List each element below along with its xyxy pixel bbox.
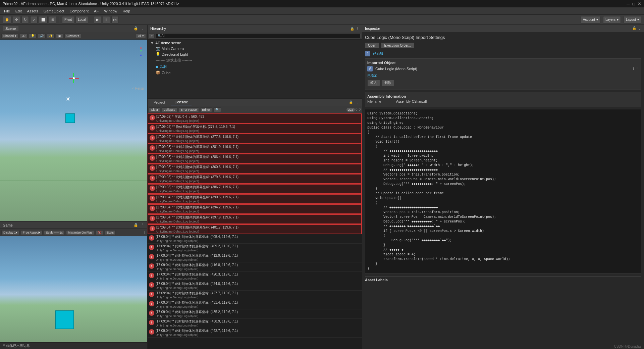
console-log-entry[interactable]: ! [17:09:04] ** 此时刻物体的屏幕坐标: (405.4, 119.… xyxy=(148,234,362,244)
gizmos-btn[interactable]: Gizmos ▾ xyxy=(64,34,81,38)
console-log-entry[interactable]: ! [17:09:04] ** 此时刻物体的屏幕坐标: (420.3, 119.… xyxy=(148,272,362,281)
light-btn[interactable]: 💡 xyxy=(29,34,37,38)
tab-console[interactable]: Console xyxy=(171,99,191,105)
execution-order-btn[interactable]: Execution Order... xyxy=(381,43,414,48)
scale-btn[interactable]: Scale ── 1x xyxy=(44,230,65,235)
log-error-icon: ! xyxy=(150,125,155,131)
console-log-entry[interactable]: ! [17:09:04] ** 此时刻物体的屏幕坐标: (394.2, 119.… xyxy=(148,204,362,214)
menu-file[interactable]: File xyxy=(1,8,13,14)
aspect-dropdown[interactable]: Free Aspect▾ xyxy=(21,230,43,235)
console-log-entry[interactable]: ! [17:09:04] ** 此时刻物体的屏幕坐标: (390.5, 119.… xyxy=(148,194,362,204)
hierarchy-scene[interactable]: ▼ AF demo scene xyxy=(148,40,362,46)
local-btn[interactable]: Local xyxy=(75,16,88,23)
fx-btn[interactable]: ✨ xyxy=(47,34,55,38)
console-log-entry[interactable]: ! [17:09:02] ** 物体初始的屏幕坐标: (277.5, 119.6… xyxy=(148,123,362,134)
play-btn[interactable]: ▶ xyxy=(94,16,101,23)
pause-btn[interactable]: ⏸ xyxy=(103,16,110,23)
inspector-header: Inspector 🔒 ⋮ xyxy=(362,25,644,32)
console-log-entry[interactable]: ! [17:09:03] ** 此时刻物体的屏幕坐标: (360.6, 119.… xyxy=(148,164,362,174)
menu-help[interactable]: Help xyxy=(120,8,133,14)
code-line: void Update() xyxy=(367,196,639,201)
console-log-entry[interactable]: ! [17:09:02] ** 此时刻物体的屏幕坐标: (277.5, 119.… xyxy=(148,134,362,144)
error-pause-btn[interactable]: Error Pause xyxy=(179,107,199,112)
hand-tool-btn[interactable]: ✋ xyxy=(3,16,11,23)
display-dropdown[interactable]: Display 1▾ xyxy=(1,230,19,235)
hierarchy-directional-light[interactable]: 💡 Directional Light xyxy=(148,51,362,57)
open-btn[interactable]: Open xyxy=(365,43,379,48)
stats-btn[interactable]: Stats xyxy=(105,230,116,235)
step-btn[interactable]: ⏭ xyxy=(111,16,119,23)
hierarchy-search-input[interactable] xyxy=(161,34,188,38)
game-tab[interactable]: Game xyxy=(3,223,13,227)
collapse-btn[interactable]: Collapse xyxy=(162,107,177,112)
menu-window[interactable]: Window xyxy=(101,8,120,14)
console-log-entry[interactable]: ! [17:09:04] ** 此时刻物体的屏幕坐标: (435.2, 119.… xyxy=(148,309,362,319)
2d-btn[interactable]: 2D xyxy=(20,34,28,38)
console-content[interactable]: ! [17:09:02] * 屏幕尺寸：560, 453 UnityEngine… xyxy=(148,113,362,349)
delete-btn-2[interactable]: 删除 xyxy=(381,80,394,86)
editor-btn[interactable]: Editor xyxy=(200,107,212,112)
console-log-entry[interactable]: ! [17:09:03] ** 此时刻物体的屏幕坐标: (286.4, 119.… xyxy=(148,154,362,164)
menu-af[interactable]: AF xyxy=(91,8,101,14)
fengjian-icon: ■ xyxy=(156,65,158,69)
divider-label: -------- 游戏主控 -------- xyxy=(156,58,192,63)
game-header: Game 🔒 ⋮ xyxy=(0,221,147,229)
audio-btn[interactable]: 🔊 xyxy=(38,34,46,38)
move-tool-btn[interactable]: ✛ xyxy=(13,16,20,23)
pivot-btn[interactable]: Pivot xyxy=(62,16,74,23)
camera-icon: 📷 xyxy=(156,46,160,51)
console-log-entry[interactable]: ! [17:09:04] ** 此时刻物体的屏幕坐标: (416.8, 119.… xyxy=(148,262,362,272)
menu-gameobject[interactable]: GameObject xyxy=(41,8,67,14)
mute-btn[interactable]: 🔇 xyxy=(96,230,103,235)
menu-component[interactable]: Component xyxy=(67,8,91,14)
scene-mode-btn[interactable]: ▣ xyxy=(56,34,63,38)
console-log-entry[interactable]: ! [17:09:04] ** 此时刻物体的屏幕坐标: (431.4, 119.… xyxy=(148,300,362,309)
log-error-icon: ! xyxy=(149,245,154,250)
console-log-entry[interactable]: ! [17:09:04] ** 此时刻物体的屏幕坐标: (424.0, 119.… xyxy=(148,281,362,291)
hierarchy-add-btn[interactable]: + xyxy=(149,34,155,38)
code-line: float speed = 4; xyxy=(367,252,639,257)
console-log-entry[interactable]: ! [17:09:02] * 屏幕尺寸：560, 453 UnityEngine… xyxy=(148,113,362,123)
maximize-btn[interactable]: □ xyxy=(632,1,635,6)
close-btn[interactable]: ✕ xyxy=(638,1,641,6)
menu-edit[interactable]: Edit xyxy=(13,8,24,14)
search-console-btn[interactable]: 🔍 xyxy=(213,107,221,112)
console-log-entry[interactable]: ! [17:09:04] ** 此时刻物体的屏幕坐标: (401.7, 119.… xyxy=(148,224,362,234)
console-log-entry[interactable]: ! [17:09:04] ** 此时刻物体的屏幕坐标: (427.7, 119.… xyxy=(148,291,362,300)
hierarchy-fengjian[interactable]: ■ 风涧 xyxy=(148,63,362,70)
shading-dropdown[interactable]: Shaded ▾ xyxy=(1,34,18,38)
console-log-entry[interactable]: ! [17:09:04] ** 此时刻物体的屏幕坐标: (442.7, 119.… xyxy=(148,328,362,338)
hierarchy-more-icon: ⋮ xyxy=(356,27,359,31)
log-error-icon: ! xyxy=(150,206,155,211)
maximize-on-play-btn[interactable]: Maximize On Play xyxy=(66,230,95,235)
hierarchy-main-camera[interactable]: 📷 Main Camera xyxy=(148,46,362,51)
code-line: } xyxy=(367,262,639,266)
layers-dropdown[interactable]: Layers ▾ xyxy=(603,16,621,23)
transform-tool-btn[interactable]: ⊞ xyxy=(49,16,56,23)
tab-project[interactable]: Project xyxy=(150,100,168,105)
log-sub-text: UnityEngine.Debug:Log (object) xyxy=(156,149,238,153)
rect-tool-btn[interactable]: ⬜ xyxy=(39,16,48,23)
scene-search-btn[interactable]: All ▾ xyxy=(136,34,146,38)
console-log-entry[interactable]: ! [17:09:03] ** 此时刻物体的屏幕坐标: (386.7, 119.… xyxy=(148,184,362,194)
scale-tool-btn[interactable]: ⤢ xyxy=(30,16,38,23)
console-log-entry[interactable]: ! [17:09:04] ** 此时刻物体的屏幕坐标: (397.9, 119.… xyxy=(148,214,362,224)
console-log-entry[interactable]: ! [17:09:03] ** 此时刻物体的屏幕坐标: (379.5, 119.… xyxy=(148,174,362,184)
clear-btn[interactable]: Clear xyxy=(149,107,160,112)
console-log-entry[interactable]: ! [17:09:04] ** 此时刻物体的屏幕坐标: (412.9, 119.… xyxy=(148,253,362,262)
console-log-entry[interactable]: ! [17:09:04] ** 此时刻物体的屏幕坐标: (409.2, 119.… xyxy=(148,244,362,253)
hierarchy-cube[interactable]: 📦 Cube xyxy=(148,70,362,76)
layout-dropdown[interactable]: Layout ▾ xyxy=(624,16,641,23)
hierarchy-game-controller: -------- 游戏主控 -------- xyxy=(148,57,362,63)
layout-chevron-icon: ▾ xyxy=(637,18,639,21)
sign-in-btn-2[interactable]: 签入 xyxy=(367,80,380,86)
account-dropdown[interactable]: Account ▾ xyxy=(581,16,600,23)
menu-assets[interactable]: Assets xyxy=(24,8,41,14)
minimize-btn[interactable]: ─ xyxy=(627,1,630,6)
scene-tab[interactable]: Scene xyxy=(3,26,18,31)
console-log-entry[interactable]: ! [17:09:04] ** 此时刻物体的屏幕坐标: (438.9, 119.… xyxy=(148,319,362,328)
rotate-tool-btn[interactable]: ↻ xyxy=(21,16,29,23)
scale-slider-indicator: ── xyxy=(54,231,59,234)
console-log-entry[interactable]: ! [17:09:03] ** 此时刻物体的屏幕坐标: (281.9, 119.… xyxy=(148,144,362,154)
game-more-icon: ⋮ xyxy=(141,223,145,227)
